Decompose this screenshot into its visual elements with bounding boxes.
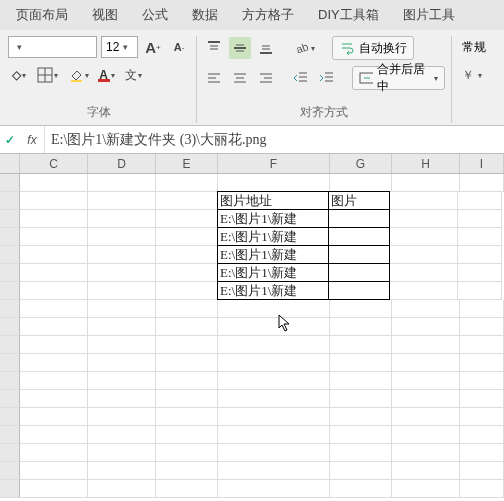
cell-F[interactable]	[218, 462, 330, 480]
cell-H[interactable]	[392, 390, 460, 408]
cell-F[interactable]	[218, 372, 330, 390]
cell-C[interactable]	[20, 192, 88, 210]
cell-I[interactable]	[460, 300, 504, 318]
align-bottom-button[interactable]	[255, 37, 277, 59]
cell-D[interactable]	[88, 210, 156, 228]
spreadsheet-grid[interactable]: CDEFGHI 图片地址图片E:\图片1\新建E:\图片1\新建E:\图片1\新…	[0, 154, 504, 498]
cell-G[interactable]	[330, 372, 392, 390]
bold-or-clear-button[interactable]: ◇▾	[8, 64, 30, 86]
cell-G[interactable]	[330, 426, 392, 444]
row-header[interactable]	[0, 354, 20, 372]
cell-F[interactable]: E:\图片1\新建	[217, 227, 329, 246]
row-header[interactable]	[0, 444, 20, 462]
cell-D[interactable]	[88, 192, 156, 210]
cell-I[interactable]	[460, 444, 504, 462]
row-header[interactable]	[0, 336, 20, 354]
cell-H[interactable]	[390, 246, 458, 264]
cell-I[interactable]	[460, 426, 504, 444]
cell-G[interactable]	[330, 174, 392, 192]
cell-I[interactable]	[458, 192, 502, 210]
cell-D[interactable]	[88, 228, 156, 246]
cell-G[interactable]	[330, 354, 392, 372]
cell-D[interactable]	[88, 444, 156, 462]
cell-H[interactable]	[392, 462, 460, 480]
cell-H[interactable]	[390, 264, 458, 282]
cell-G[interactable]	[328, 263, 390, 282]
cell-E[interactable]	[156, 336, 218, 354]
cell-E[interactable]	[156, 318, 218, 336]
formula-confirm-button[interactable]: ✓	[0, 133, 20, 147]
tab-diy[interactable]: DIY工具箱	[306, 0, 391, 30]
align-left-button[interactable]	[203, 67, 225, 89]
cell-H[interactable]	[392, 480, 460, 498]
cell-G[interactable]	[330, 300, 392, 318]
cell-F[interactable]: E:\图片1\新建	[217, 209, 329, 228]
row-header[interactable]	[0, 246, 20, 264]
currency-button[interactable]: ￥▾	[458, 64, 485, 86]
cell-D[interactable]	[88, 246, 156, 264]
cell-C[interactable]	[20, 228, 88, 246]
cell-H[interactable]	[390, 228, 458, 246]
orientation-button[interactable]: ab▾	[291, 37, 318, 59]
number-format-combo[interactable]: 常规	[458, 36, 496, 58]
tab-image-tools[interactable]: 图片工具	[391, 0, 467, 30]
cell-H[interactable]	[392, 426, 460, 444]
cell-F[interactable]	[218, 336, 330, 354]
cell-E[interactable]	[156, 228, 218, 246]
phonetic-guide-button[interactable]: 文▾	[122, 64, 145, 86]
cell-F[interactable]: 图片地址	[217, 191, 329, 210]
cell-F[interactable]	[218, 408, 330, 426]
fill-color-button[interactable]: ▾	[65, 64, 92, 86]
cell-D[interactable]	[88, 480, 156, 498]
cell-G[interactable]	[330, 318, 392, 336]
cell-C[interactable]	[20, 480, 88, 498]
cell-H[interactable]	[392, 354, 460, 372]
merge-center-button[interactable]: 合并后居中 ▾	[352, 66, 445, 90]
cell-F[interactable]: E:\图片1\新建	[217, 245, 329, 264]
cell-E[interactable]	[156, 372, 218, 390]
cell-I[interactable]	[460, 372, 504, 390]
cell-D[interactable]	[88, 300, 156, 318]
cell-F[interactable]	[218, 444, 330, 462]
cell-I[interactable]	[460, 408, 504, 426]
row-header[interactable]	[0, 390, 20, 408]
cell-D[interactable]	[88, 174, 156, 192]
cell-C[interactable]	[20, 444, 88, 462]
cell-F[interactable]	[218, 174, 330, 192]
column-header-H[interactable]: H	[392, 154, 460, 173]
cell-I[interactable]	[458, 210, 502, 228]
cell-F[interactable]	[218, 426, 330, 444]
cell-E[interactable]	[156, 408, 218, 426]
cell-F[interactable]	[218, 480, 330, 498]
row-header[interactable]	[0, 192, 20, 210]
decrease-font-button[interactable]: A-	[168, 36, 190, 58]
cell-G[interactable]	[328, 281, 390, 300]
cell-D[interactable]	[88, 426, 156, 444]
cell-H[interactable]	[392, 444, 460, 462]
font-name-combo[interactable]: ▾	[8, 36, 97, 58]
cell-C[interactable]	[20, 264, 88, 282]
cell-F[interactable]	[218, 300, 330, 318]
align-right-button[interactable]	[255, 67, 277, 89]
column-header-E[interactable]: E	[156, 154, 218, 173]
cell-F[interactable]	[218, 354, 330, 372]
font-color-button[interactable]: A ▾	[96, 64, 118, 86]
cell-C[interactable]	[20, 336, 88, 354]
increase-font-button[interactable]: A+	[142, 36, 164, 58]
cell-E[interactable]	[156, 462, 218, 480]
align-top-button[interactable]	[203, 37, 225, 59]
cell-C[interactable]	[20, 246, 88, 264]
cell-I[interactable]	[458, 264, 502, 282]
cell-G[interactable]	[330, 336, 392, 354]
cell-C[interactable]	[20, 426, 88, 444]
row-header[interactable]	[0, 408, 20, 426]
formula-input[interactable]: E:\图片1\新建文件夹 (3)\大丽花.png	[44, 126, 504, 153]
cell-D[interactable]	[88, 336, 156, 354]
cell-D[interactable]	[88, 354, 156, 372]
cell-G[interactable]	[330, 408, 392, 426]
row-header[interactable]	[0, 318, 20, 336]
row-header[interactable]	[0, 264, 20, 282]
cell-H[interactable]	[392, 318, 460, 336]
column-header-I[interactable]: I	[460, 154, 504, 173]
cell-D[interactable]	[88, 462, 156, 480]
